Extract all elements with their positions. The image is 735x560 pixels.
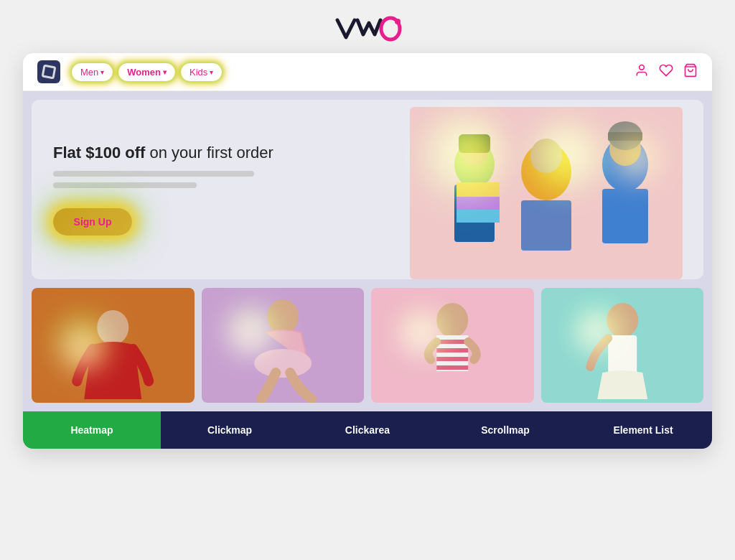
tab-clickarea-label: Clickarea: [345, 424, 390, 436]
svg-point-33: [607, 303, 638, 337]
men-label: Men: [80, 67, 98, 78]
svg-rect-31: [436, 365, 468, 370]
product-card-3[interactable]: [371, 288, 534, 403]
svg-point-1: [395, 19, 401, 24]
vwo-logo: [332, 13, 403, 45]
top-header: [0, 0, 735, 53]
tab-heatmap[interactable]: Heatmap: [23, 411, 161, 449]
hero-title-bold: Flat $100 off: [53, 144, 145, 162]
svg-rect-19: [608, 132, 642, 141]
svg-point-2: [640, 65, 645, 70]
men-chevron: ▾: [100, 68, 104, 76]
svg-rect-12: [457, 210, 500, 223]
svg-point-13: [530, 139, 562, 173]
hero-subtitle-line2: [53, 182, 197, 188]
tab-clickarea[interactable]: Clickarea: [299, 411, 436, 449]
tab-clickmap[interactable]: Clickmap: [161, 411, 299, 449]
tab-scrollmap-label: Scrollmap: [481, 424, 530, 436]
nav-item-women[interactable]: Women ▾: [118, 63, 175, 81]
women-label: Women: [127, 67, 161, 78]
tab-element-list[interactable]: Element List: [574, 411, 712, 449]
svg-rect-14: [521, 200, 571, 251]
hero-title-rest: on your first order: [145, 144, 273, 162]
brand-logo-inner: [42, 65, 57, 80]
tab-scrollmap[interactable]: Scrollmap: [436, 411, 574, 449]
svg-rect-30: [436, 357, 468, 361]
signup-button[interactable]: Sign Up: [53, 208, 132, 235]
svg-rect-11: [457, 197, 500, 210]
wishlist-icon[interactable]: [659, 63, 673, 81]
account-icon[interactable]: [635, 63, 649, 81]
kids-chevron: ▾: [210, 68, 213, 76]
svg-rect-16: [602, 189, 648, 243]
nav-item-kids[interactable]: Kids ▾: [181, 63, 222, 81]
hero-image: [389, 100, 703, 279]
product-card-1[interactable]: [32, 288, 195, 403]
svg-rect-8: [459, 134, 490, 153]
nav-item-men[interactable]: Men ▾: [72, 63, 113, 81]
brand-logo[interactable]: [37, 60, 60, 83]
hero-fashion-svg: [410, 107, 683, 279]
svg-rect-28: [436, 340, 468, 344]
kids-label: Kids: [189, 67, 207, 78]
tab-heatmap-label: Heatmap: [70, 424, 113, 436]
hero-subtitle-line1: [53, 171, 254, 177]
tab-clickmap-label: Clickmap: [207, 424, 252, 436]
svg-point-26: [436, 303, 468, 337]
svg-rect-10: [457, 182, 500, 197]
svg-point-24: [254, 349, 312, 378]
nav-right: [635, 63, 698, 81]
hero-title: Flat $100 off on your first order: [53, 144, 368, 162]
women-chevron: ▾: [163, 68, 167, 76]
product-card-2[interactable]: [202, 288, 365, 403]
cart-icon[interactable]: [683, 63, 698, 81]
browser-window: Men ▾ Women ▾ Kids ▾: [23, 53, 712, 449]
hero-content: Flat $100 off on your first order Sign U…: [32, 100, 389, 279]
tab-element-list-label: Element List: [613, 424, 673, 436]
hero-section: Flat $100 off on your first order Sign U…: [32, 100, 703, 279]
svg-rect-29: [436, 348, 468, 353]
svg-point-23: [267, 299, 299, 334]
nav-bar: Men ▾ Women ▾ Kids ▾: [23, 53, 712, 91]
product-grid: [32, 288, 703, 403]
tab-bar: Heatmap Clickmap Clickarea Scrollmap Ele…: [23, 411, 712, 449]
svg-point-21: [97, 310, 128, 345]
product-card-4[interactable]: [541, 288, 704, 403]
